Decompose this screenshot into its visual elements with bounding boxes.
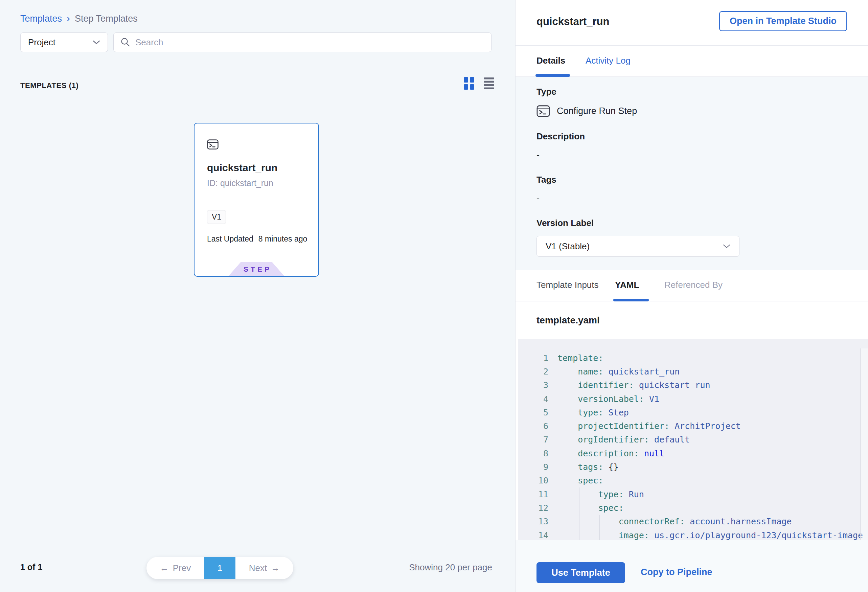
tab-activity-log[interactable]: Activity Log [586, 56, 630, 66]
yaml-editor[interactable]: 1template:2 name: quickstart_run3 identi… [518, 339, 868, 540]
version-select[interactable]: V1 (Stable) [536, 236, 740, 257]
tab-yaml[interactable]: YAML [615, 280, 639, 290]
tab-referenced-by[interactable]: Referenced By [664, 280, 723, 290]
arrow-left-icon: ← [160, 563, 169, 573]
scope-select-value: Project [28, 37, 93, 48]
yaml-line: 13 connectorRef: account.harnessImage [518, 515, 868, 529]
yaml-line: 14 image: us.gcr.io/playground-123/quick… [518, 529, 868, 540]
yaml-line: 3 identifier: quickstart_run [518, 378, 868, 392]
yaml-file-header: template.yaml [515, 301, 868, 339]
next-label: Next [249, 563, 267, 573]
tags-value: - [536, 193, 868, 204]
chevron-down-icon [723, 244, 730, 249]
search-box [113, 32, 492, 52]
details-title: quickstart_run [536, 16, 609, 28]
details-footer: Use Template Copy to Pipeline [515, 540, 868, 592]
search-icon [120, 37, 131, 47]
pagination: ← Prev 1 Next → [146, 557, 293, 579]
scope-select[interactable]: Project [20, 32, 108, 52]
yaml-line: 2 name: quickstart_run [518, 365, 868, 378]
yaml-tab-bar: Template Inputs YAML Referenced By [515, 270, 868, 301]
open-in-template-studio-button[interactable]: Open in Template Studio [719, 11, 847, 31]
description-value: - [536, 150, 868, 160]
next-page-button[interactable]: Next → [235, 557, 293, 579]
copy-to-pipeline-link[interactable]: Copy to Pipeline [641, 567, 712, 577]
yaml-line: 4 versionLabel: V1 [518, 392, 868, 406]
details-content: Type Configure Run Step Description - Ta… [515, 77, 868, 270]
card-last-updated: Last Updated 8 minutes ago [207, 235, 307, 244]
template-details-panel: quickstart_run Open in Template Studio D… [515, 0, 868, 592]
yaml-line: 7 orgIdentifier: default [518, 433, 868, 447]
list-view-icon[interactable] [484, 77, 494, 89]
card-title: quickstart_run [207, 162, 278, 174]
version-badge: V1 [207, 210, 226, 224]
yaml-file-name: template.yaml [536, 315, 600, 326]
type-value-row: Configure Run Step [536, 105, 868, 117]
details-header: quickstart_run Open in Template Studio [515, 0, 868, 46]
page-number-button[interactable]: 1 [204, 557, 235, 579]
tags-label: Tags [536, 174, 868, 185]
yaml-line: 6 projectIdentifier: ArchitProject [518, 419, 868, 433]
tab-details[interactable]: Details [536, 56, 565, 66]
yaml-line: 8 description: null [518, 447, 868, 460]
prev-page-button[interactable]: ← Prev [146, 557, 204, 579]
active-tab-indicator [536, 74, 570, 77]
breadcrumb: Templates › Step Templates [20, 13, 138, 24]
step-templates-page: Templates › Step Templates Project TEMPL… [0, 0, 868, 592]
description-label: Description [536, 131, 868, 142]
terminal-icon [207, 139, 218, 149]
yaml-line: 10 spec: [518, 474, 868, 487]
editor-scrollbar[interactable] [860, 348, 868, 540]
template-card-quickstart-run[interactable]: quickstart_run ID: quickstart_run V1 Las… [194, 123, 319, 277]
search-input[interactable] [135, 37, 484, 48]
details-tab-bar: Details Activity Log [515, 46, 868, 77]
version-select-value: V1 (Stable) [546, 241, 723, 252]
page-size-indicator: Showing 20 per page [409, 562, 492, 573]
grid-view-icon[interactable] [464, 77, 474, 90]
step-type-badge-label: STEP [241, 265, 272, 273]
yaml-line: 9 tags: {} [518, 460, 868, 474]
use-template-button[interactable]: Use Template [536, 562, 625, 583]
yaml-line: 11 type: Run [518, 487, 868, 501]
breadcrumb-chevron-icon: › [66, 13, 70, 23]
yaml-code-lines: 1template:2 name: quickstart_run3 identi… [518, 339, 868, 540]
last-updated-value: 8 minutes ago [258, 235, 307, 244]
terminal-icon [536, 105, 550, 117]
chevron-down-icon [93, 40, 100, 45]
version-label: Version Label [536, 218, 868, 228]
yaml-line: 5 type: Step [518, 406, 868, 419]
breadcrumb-templates-link[interactable]: Templates [20, 13, 62, 24]
view-toggle [464, 77, 494, 90]
page-summary: 1 of 1 [20, 562, 42, 572]
card-divider [207, 198, 306, 198]
yaml-line: 12 spec: [518, 501, 868, 515]
type-value: Configure Run Step [557, 106, 637, 117]
tab-template-inputs[interactable]: Template Inputs [536, 280, 599, 290]
template-list-panel: Templates › Step Templates Project TEMPL… [0, 0, 515, 592]
active-subtab-indicator [613, 299, 649, 301]
arrow-right-icon: → [271, 563, 280, 573]
templates-count-header: TEMPLATES (1) [20, 81, 78, 90]
type-label: Type [536, 87, 868, 97]
breadcrumb-current: Step Templates [75, 13, 138, 24]
prev-label: Prev [173, 563, 191, 573]
card-id: ID: quickstart_run [207, 178, 273, 188]
yaml-line: 1template: [518, 351, 868, 365]
last-updated-label: Last Updated [207, 235, 253, 244]
